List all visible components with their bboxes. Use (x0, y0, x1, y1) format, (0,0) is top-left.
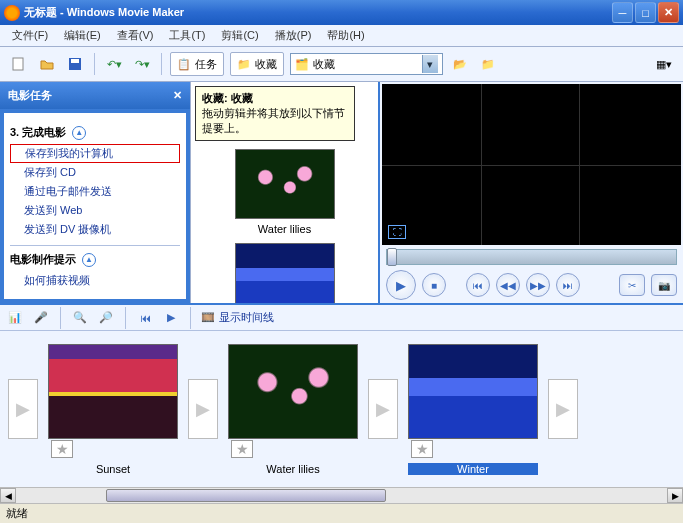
toolbar-divider (94, 53, 95, 75)
up-folder-button[interactable]: 📂 (449, 53, 471, 75)
storyboard-clip-selected[interactable]: ★ Winter (408, 344, 538, 475)
task-send-email[interactable]: 通过电子邮件发送 (10, 182, 180, 201)
play-timeline-button[interactable]: ▶ (162, 309, 180, 327)
dropdown-value: 收藏 (313, 57, 418, 72)
task-pane-header: 电影任务 ✕ (0, 82, 190, 109)
timeline-zoom-button[interactable]: 📊 (6, 309, 24, 327)
clip-thumb-lilies: ★ (228, 344, 358, 439)
zoom-in-button[interactable]: 🔍 (71, 309, 89, 327)
scroll-thumb[interactable] (106, 489, 386, 502)
menu-file[interactable]: 文件(F) (6, 26, 54, 45)
menu-tools[interactable]: 工具(T) (163, 26, 211, 45)
stop-button[interactable]: ■ (422, 273, 446, 297)
svg-rect-0 (13, 58, 23, 70)
task-send-web[interactable]: 发送到 Web (10, 201, 180, 220)
fullscreen-button[interactable]: ⛶ (388, 225, 406, 239)
undo-button[interactable]: ↶▾ (103, 53, 125, 75)
menu-clip[interactable]: 剪辑(C) (215, 26, 264, 45)
svg-rect-2 (71, 59, 79, 63)
scroll-right-button[interactable]: ▶ (667, 488, 683, 503)
tasks-icon: 📋 (177, 58, 191, 71)
section-finish-movie: 3. 完成电影 ▲ (10, 125, 180, 140)
effect-slot[interactable]: ★ (51, 440, 73, 458)
toolbar: ↶▾ ↷▾ 📋 任务 📁 收藏 🗂️ 收藏 ▾ 📂 📁 ▦▾ (0, 47, 683, 82)
open-button[interactable] (36, 53, 58, 75)
clip-label: Winter (408, 463, 538, 475)
rewind-button[interactable]: ◀◀ (496, 273, 520, 297)
storyboard-clip[interactable]: ★ Water lilies (228, 344, 358, 475)
collection-item[interactable]: Water lilies (195, 149, 374, 235)
task-pane-body: 3. 完成电影 ▲ 保存到我的计算机 ↙ 保存到 CD 通过电子邮件发送 发送到… (4, 113, 186, 299)
window-title: 无标题 - Windows Movie Maker (24, 5, 612, 20)
prev-clip-button[interactable]: ⏮ (466, 273, 490, 297)
collection-dropdown[interactable]: 🗂️ 收藏 ▾ (290, 53, 443, 75)
timeline-scrollbar[interactable]: ◀ ▶ (0, 487, 683, 503)
next-clip-button[interactable]: ⏭ (556, 273, 580, 297)
task-pane: 电影任务 ✕ 3. 完成电影 ▲ 保存到我的计算机 ↙ 保存到 CD 通过电子邮… (0, 82, 190, 303)
toolbar-divider (190, 307, 191, 329)
effect-slot[interactable]: ★ (231, 440, 253, 458)
new-folder-button[interactable]: 📁 (477, 53, 499, 75)
title-bar: 无标题 - Windows Movie Maker ─ □ ✕ (0, 0, 683, 25)
section-tips: 电影制作提示 ▲ (10, 252, 180, 267)
player-controls: ▶ ■ ⏮ ◀◀ ▶▶ ⏭ ✂ 📷 (380, 267, 683, 303)
seek-bar[interactable] (386, 249, 677, 265)
task-save-to-cd[interactable]: 保存到 CD (10, 163, 180, 182)
scroll-left-button[interactable]: ◀ (0, 488, 16, 503)
minimize-button[interactable]: ─ (612, 2, 633, 23)
show-timeline-label: 显示时间线 (219, 310, 274, 325)
clip-label: Sunset (48, 463, 178, 475)
task-save-to-computer[interactable]: 保存到我的计算机 ↙ (10, 144, 180, 163)
play-button[interactable]: ▶ (386, 270, 416, 300)
collection-item[interactable] (195, 243, 374, 303)
menu-play[interactable]: 播放(P) (269, 26, 318, 45)
views-button[interactable]: ▦▾ (653, 53, 675, 75)
snapshot-button[interactable]: 📷 (651, 274, 677, 296)
save-button[interactable] (64, 53, 86, 75)
tip-capture-video[interactable]: 如何捕获视频 (10, 271, 180, 290)
collapse-icon[interactable]: ▲ (82, 253, 96, 267)
task-send-dv[interactable]: 发送到 DV 摄像机 (10, 220, 180, 239)
thumbnail-water-lilies (235, 149, 335, 219)
tooltip: 收藏: 收藏 拖动剪辑并将其放到以下情节提要上。 (195, 86, 355, 141)
new-project-button[interactable] (8, 53, 30, 75)
effect-slot[interactable]: ★ (411, 440, 433, 458)
storyboard[interactable]: ▶ ★ Sunset ▶ ★ Water lilies ▶ ★ Winter ▶ (0, 331, 683, 487)
show-timeline-toggle[interactable]: 🎞️ 显示时间线 (201, 310, 274, 325)
seek-thumb[interactable] (387, 248, 397, 266)
main-area: 电影任务 ✕ 3. 完成电影 ▲ 保存到我的计算机 ↙ 保存到 CD 通过电子邮… (0, 82, 683, 303)
thumbnail-winter (235, 243, 335, 303)
scroll-track[interactable] (16, 488, 667, 503)
collections-label: 收藏 (255, 57, 277, 72)
transition-slot[interactable]: ▶ (188, 379, 218, 439)
chevron-down-icon[interactable]: ▾ (422, 55, 438, 73)
maximize-button[interactable]: □ (635, 2, 656, 23)
collection-items: Water lilies (191, 145, 378, 303)
task-pane-close-icon[interactable]: ✕ (173, 89, 182, 102)
menu-view[interactable]: 查看(V) (111, 26, 160, 45)
close-button[interactable]: ✕ (658, 2, 679, 23)
zoom-out-button[interactable]: 🔎 (97, 309, 115, 327)
storyboard-clip[interactable]: ★ Sunset (48, 344, 178, 475)
split-button[interactable]: ✂ (619, 274, 645, 296)
menu-edit[interactable]: 编辑(E) (58, 26, 107, 45)
transition-slot[interactable]: ▶ (368, 379, 398, 439)
tasks-label: 任务 (195, 57, 217, 72)
clip-thumb-winter: ★ (408, 344, 538, 439)
tooltip-body: 拖动剪辑并将其放到以下情节提要上。 (202, 107, 345, 134)
collections-button[interactable]: 📁 收藏 (230, 52, 284, 76)
transition-slot[interactable]: ▶ (548, 379, 578, 439)
redo-button[interactable]: ↷▾ (131, 53, 153, 75)
timeline-icon: 🎞️ (201, 311, 215, 324)
preview-screen[interactable]: ⛶ (382, 84, 681, 245)
narrate-button[interactable]: 🎤 (32, 309, 50, 327)
tasks-button[interactable]: 📋 任务 (170, 52, 224, 76)
collapse-icon[interactable]: ▲ (72, 126, 86, 140)
timeline-area: 📊 🎤 🔍 🔎 ⏮ ▶ 🎞️ 显示时间线 ▶ ★ Sunset ▶ ★ Wate… (0, 303, 683, 503)
status-bar: 就绪 (0, 503, 683, 523)
rewind-timeline-button[interactable]: ⏮ (136, 309, 154, 327)
menu-help[interactable]: 帮助(H) (321, 26, 370, 45)
forward-button[interactable]: ▶▶ (526, 273, 550, 297)
app-icon (4, 5, 20, 21)
transition-slot[interactable]: ▶ (8, 379, 38, 439)
